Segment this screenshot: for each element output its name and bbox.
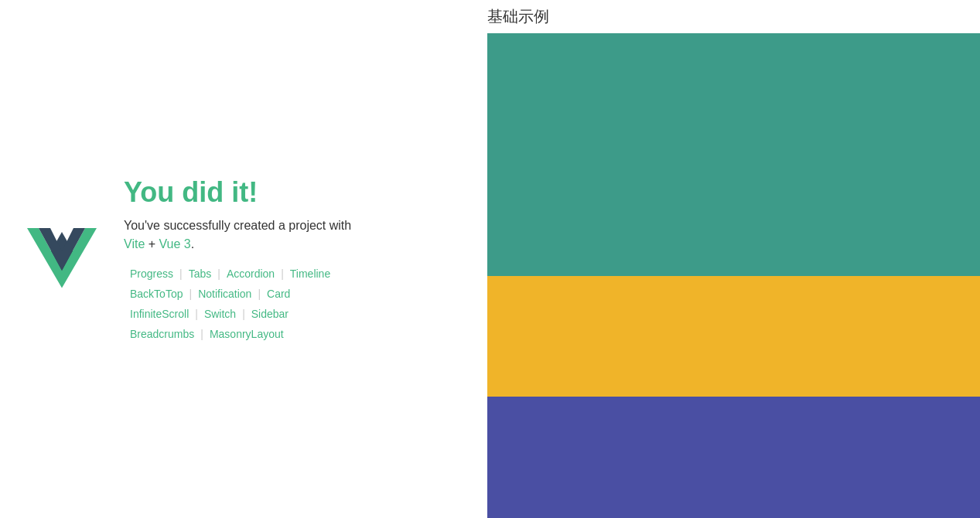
vue-logo xyxy=(23,220,101,298)
links-container: Progress | Tabs | Accordion | Timeline B… xyxy=(124,266,351,342)
links-row-3: InfiniteScroll | Switch | Sidebar xyxy=(124,306,351,322)
links-row-4: Breadcrumbs | MasonryLayout xyxy=(124,326,351,342)
link-accordion[interactable]: Accordion xyxy=(220,266,281,281)
link-tabs[interactable]: Tabs xyxy=(183,266,218,281)
links-row-1: Progress | Tabs | Accordion | Timeline xyxy=(124,266,351,281)
link-backtotop[interactable]: BackToTop xyxy=(124,286,189,302)
link-progress[interactable]: Progress xyxy=(124,266,179,281)
link-switch[interactable]: Switch xyxy=(198,306,242,322)
link-masonrylayout[interactable]: MasonryLayout xyxy=(203,326,290,342)
color-block-yellow xyxy=(487,276,980,397)
subtitle: You've successfully created a project wi… xyxy=(124,216,351,254)
subtitle-plus: + xyxy=(149,237,159,250)
link-card[interactable]: Card xyxy=(261,286,296,302)
vue3-link[interactable]: Vue 3 xyxy=(159,237,191,250)
link-timeline[interactable]: Timeline xyxy=(284,266,336,281)
subtitle-dot: . xyxy=(191,237,194,250)
headline: You did it! xyxy=(124,176,351,209)
link-sidebar[interactable]: Sidebar xyxy=(245,306,295,322)
content-area: You did it! You've successfully created … xyxy=(23,176,351,342)
link-notification[interactable]: Notification xyxy=(192,286,258,302)
color-blocks xyxy=(487,33,980,518)
vite-link[interactable]: Vite xyxy=(124,237,145,250)
link-breadcrumbs[interactable]: Breadcrumbs xyxy=(124,326,200,342)
left-panel: You did it! You've successfully created … xyxy=(0,0,487,518)
color-block-purple xyxy=(487,397,980,518)
color-block-teal xyxy=(487,33,980,276)
subtitle-text: You've successfully created a project wi… xyxy=(124,219,351,232)
link-infinitescroll[interactable]: InfiniteScroll xyxy=(124,306,195,322)
text-area: You did it! You've successfully created … xyxy=(124,176,351,342)
links-row-2: BackToTop | Notification | Card xyxy=(124,286,351,302)
right-panel: 基础示例 xyxy=(487,0,980,518)
right-title: 基础示例 xyxy=(487,0,980,33)
